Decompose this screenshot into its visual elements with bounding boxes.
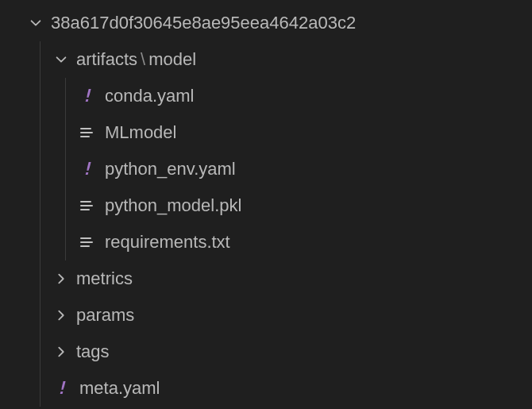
file-label: python_env.yaml [105,159,236,179]
tree-folder-tags[interactable]: tags [0,334,532,370]
file-label: conda.yaml [105,86,195,106]
tree-file[interactable]: MLmodel [0,114,532,151]
chevron-right-icon [51,341,71,362]
tree-file[interactable]: requirements.txt [0,224,532,260]
chevron-down-icon [51,49,71,70]
tree-folder-params[interactable]: params [0,297,532,334]
file-label: python_model.pkl [105,195,241,216]
yaml-icon [51,378,71,399]
tree-folder-root[interactable]: 38a617d0f30645e8ae95eea4642a03c2 [0,5,532,41]
yaml-icon [76,86,97,106]
chevron-right-icon [51,268,71,289]
path-separator: \ [141,49,145,69]
folder-label: params [76,305,134,326]
file-label: MLmodel [105,122,176,143]
file-label: requirements.txt [105,232,230,253]
file-tree: 38a617d0f30645e8ae95eea4642a03c2 artifac… [0,0,532,407]
tree-file[interactable]: meta.yaml [0,370,532,407]
yaml-icon [76,159,97,179]
folder-label: 38a617d0f30645e8ae95eea4642a03c2 [51,13,356,33]
chevron-right-icon [51,305,71,326]
tree-folder-metrics[interactable]: metrics [0,260,532,297]
folder-label: artifacts\model [76,49,196,70]
path-segment: artifacts [76,49,137,69]
chevron-down-icon [25,13,46,33]
text-icon [76,232,97,253]
tree-file[interactable]: python_model.pkl [0,187,532,224]
text-icon [76,195,97,216]
tree-folder-artifacts-model[interactable]: artifacts\model [0,41,532,78]
file-label: meta.yaml [79,378,160,399]
text-icon [76,122,97,143]
folder-label: metrics [76,268,133,289]
tree-file[interactable]: python_env.yaml [0,151,532,187]
tree-file[interactable]: conda.yaml [0,78,532,114]
path-segment: model [148,49,196,69]
folder-label: tags [76,341,110,362]
